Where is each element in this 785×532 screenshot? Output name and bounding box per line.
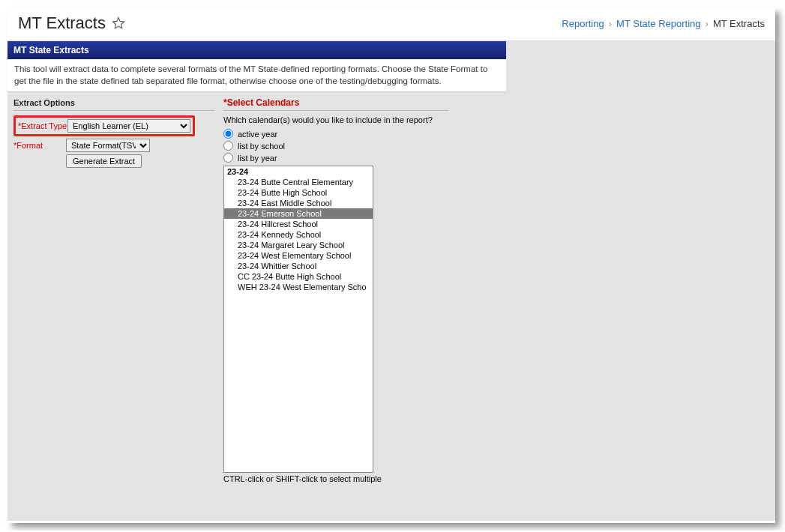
breadcrumb-current: MT Extracts xyxy=(713,18,765,29)
breadcrumb: Reporting › MT State Reporting › MT Extr… xyxy=(562,18,765,29)
calendar-prompt: Which calendar(s) would you like to incl… xyxy=(223,115,448,124)
extract-type-select[interactable]: English Learner (EL) xyxy=(67,119,190,133)
favorite-star-icon[interactable] xyxy=(112,16,125,30)
panel-description: This tool will extract data to complete … xyxy=(7,59,506,92)
options-row: Extract Options *Extract Type English Le… xyxy=(7,92,775,483)
svg-marker-0 xyxy=(112,18,124,28)
extract-type-label: *Extract Type xyxy=(18,121,67,130)
extract-options-heading: Extract Options xyxy=(13,97,214,111)
radio-active-year[interactable]: active year xyxy=(223,129,448,139)
extract-options-column: Extract Options *Extract Type English Le… xyxy=(13,97,214,483)
select-calendars-column: *Select Calendars Which calendar(s) woul… xyxy=(223,97,448,483)
radio-list-by-year-input[interactable] xyxy=(223,153,233,163)
list-item[interactable]: 23-24 East Middle School xyxy=(224,198,373,208)
list-item[interactable]: 23-24 Hillcrest School xyxy=(224,219,373,229)
list-item[interactable]: 23-24 Emerson School xyxy=(224,208,373,219)
list-item[interactable]: 23-24 Kennedy School xyxy=(224,229,373,240)
select-calendars-heading: *Select Calendars xyxy=(223,97,448,111)
calendar-listbox[interactable]: 23-2423-24 Butte Central Elementary23-24… xyxy=(223,166,373,473)
radio-list-by-school-input[interactable] xyxy=(223,141,233,151)
generate-extract-button[interactable]: Generate Extract xyxy=(66,154,142,168)
list-item[interactable]: CC 23-24 Butte High School xyxy=(224,271,373,282)
chevron-right-icon: › xyxy=(706,18,709,29)
radio-active-year-input[interactable] xyxy=(223,129,233,139)
breadcrumb-link-state-reporting[interactable]: MT State Reporting xyxy=(616,18,700,29)
format-label: *Format xyxy=(13,141,66,150)
radio-list-by-year[interactable]: list by year xyxy=(223,153,448,163)
app-window: MT Extracts Reporting › MT State Reporti… xyxy=(7,7,775,523)
list-item[interactable]: 23-24 Butte Central Elementary xyxy=(224,177,373,187)
list-item[interactable]: 23-24 Margaret Leary School xyxy=(224,240,373,250)
list-group-header: 23-24 xyxy=(224,166,373,177)
page-title-text: MT Extracts xyxy=(18,13,106,33)
content-area: MT State Extracts This tool will extract… xyxy=(7,41,775,521)
breadcrumb-link-reporting[interactable]: Reporting xyxy=(562,18,604,29)
list-item[interactable]: 23-24 Whittier School xyxy=(224,261,373,271)
page-title: MT Extracts xyxy=(18,13,125,33)
format-select[interactable]: State Format(TSV) xyxy=(66,139,150,152)
multiselect-hint: CTRL-click or SHIFT-click to select mult… xyxy=(223,474,448,483)
extract-type-highlight: *Extract Type English Learner (EL) xyxy=(13,115,195,136)
list-item[interactable]: WEH 23-24 West Elementary Scho xyxy=(224,282,373,292)
list-item[interactable]: 23-24 West Elementary School xyxy=(224,250,373,261)
radio-list-by-school[interactable]: list by school xyxy=(223,141,448,151)
panel-title: MT State Extracts xyxy=(7,41,506,59)
header: MT Extracts Reporting › MT State Reporti… xyxy=(7,7,775,41)
chevron-right-icon: › xyxy=(609,18,612,29)
list-item[interactable]: 23-24 Butte High School xyxy=(224,187,373,198)
